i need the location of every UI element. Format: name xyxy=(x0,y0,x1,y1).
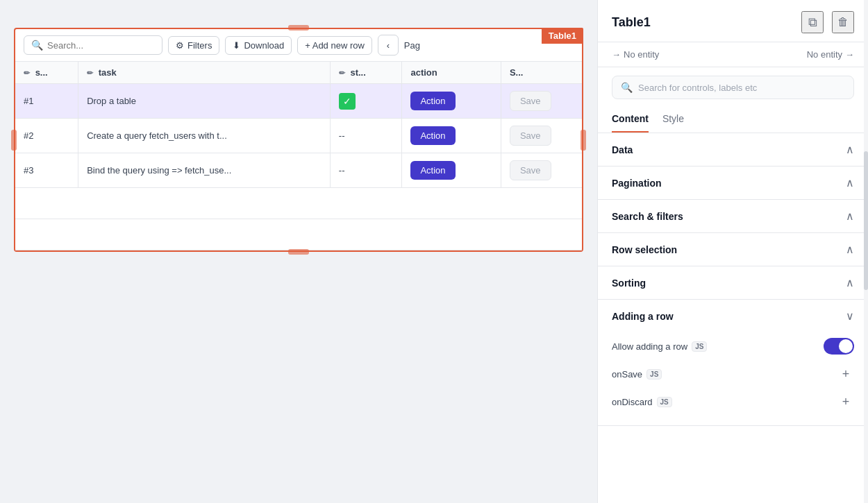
on-discard-label: onDiscard JS xyxy=(612,397,672,407)
entity-left-label: No entity xyxy=(624,49,659,60)
resize-handle-right[interactable] xyxy=(581,130,586,151)
add-row-label: + Add new row xyxy=(305,40,365,51)
tab-style[interactable]: Style xyxy=(662,108,684,133)
allow-adding-label: Allow adding a row JS xyxy=(612,341,707,352)
allow-adding-toggle[interactable] xyxy=(824,338,854,355)
download-label: Download xyxy=(244,40,284,51)
cell-id-1: #1 xyxy=(15,84,78,119)
accordion-adding-row-title: Adding a row xyxy=(612,311,674,322)
on-save-plus-button[interactable]: + xyxy=(837,366,854,382)
accordion-row-selection: Row selection ∧ xyxy=(598,233,868,266)
save-button-2[interactable]: Save xyxy=(510,126,551,146)
accordion-search-filters-header[interactable]: Search & filters ∧ xyxy=(598,200,868,232)
action-button-1[interactable]: Action xyxy=(410,92,455,110)
action-button-2[interactable]: Action xyxy=(410,126,455,145)
panel-search-icon: 🔍 xyxy=(621,82,633,93)
accordion-data-icon: ∧ xyxy=(846,143,854,156)
resize-handle-left[interactable] xyxy=(11,130,17,151)
accordion-row-selection-header[interactable]: Row selection ∧ xyxy=(598,233,868,266)
delete-icon: 🗑 xyxy=(837,16,849,28)
col-header-action: action xyxy=(402,62,501,84)
col-header-task-label: task xyxy=(99,67,117,78)
cell-status-1: ✓ xyxy=(330,84,402,119)
accordion-sorting-title: Sorting xyxy=(612,278,646,289)
table-widget-label: Table1 xyxy=(542,28,583,44)
resize-handle-top[interactable] xyxy=(288,25,309,31)
accordion-pagination-header[interactable]: Pagination ∧ xyxy=(598,167,868,199)
resize-handle-bottom[interactable] xyxy=(288,249,309,255)
cell-action-1: Action xyxy=(402,84,501,119)
table-row-empty xyxy=(15,219,582,250)
on-discard-setting: onDiscard JS + xyxy=(612,388,854,416)
accordion-pagination-icon: ∧ xyxy=(846,176,854,189)
download-icon: ⬇ xyxy=(233,40,240,51)
on-discard-plus-button[interactable]: + xyxy=(837,393,854,410)
filters-label: Filters xyxy=(187,40,212,51)
entity-left-arrow: → xyxy=(612,49,621,60)
accordion-pagination: Pagination ∧ xyxy=(598,167,868,200)
add-row-button[interactable]: + Add new row xyxy=(297,36,372,55)
search-icon: 🔍 xyxy=(31,40,43,51)
panel-search[interactable]: 🔍 xyxy=(612,76,854,99)
entity-right[interactable]: No entity → xyxy=(807,49,854,60)
accordion-sorting-header[interactable]: Sorting ∧ xyxy=(598,266,868,299)
col-header-action-label: action xyxy=(410,67,437,78)
table-widget: Table1 🔍 ⚙ Filters ⬇ Download + Add new … xyxy=(14,28,583,252)
panel-icon-group: ⧉ 🗑 xyxy=(801,11,854,33)
col-header-s-label: s... xyxy=(35,67,48,78)
entity-left[interactable]: → No entity xyxy=(612,49,659,60)
table-row[interactable]: #1 Drop a table ✓ Action Save xyxy=(15,84,582,119)
panel-title: Table1 xyxy=(612,15,651,30)
col-header-task: ✏ task xyxy=(78,62,331,84)
accordion-adding-row-header[interactable]: Adding a row ∨ xyxy=(598,300,868,332)
col-edit-icon-task: ✏ xyxy=(87,69,93,77)
cell-id-2: #2 xyxy=(15,119,78,153)
checkbox-checked-icon: ✓ xyxy=(339,93,356,110)
cell-action-3: Action xyxy=(402,153,501,188)
col-header-status-label: st... xyxy=(350,67,365,78)
nav-back-button[interactable]: ‹ xyxy=(378,35,399,56)
tab-content[interactable]: Content xyxy=(612,108,649,133)
panel-tabs: Content Style xyxy=(598,108,868,133)
col-header-status: ✏ st... xyxy=(330,62,402,84)
save-button-3[interactable]: Save xyxy=(510,160,551,180)
on-discard-text: onDiscard xyxy=(612,397,653,407)
left-panel: Table1 🔍 ⚙ Filters ⬇ Download + Add new … xyxy=(0,0,597,503)
col-header-id: ✏ s... xyxy=(15,62,78,84)
table-row-empty xyxy=(15,188,582,219)
accordion-search-filters-icon: ∧ xyxy=(846,210,854,223)
accordion-sorting-icon: ∧ xyxy=(846,276,854,289)
table-header-row: ✏ s... ✏ task ✏ st... action xyxy=(15,62,582,84)
scrollbar-thumb[interactable] xyxy=(864,151,868,290)
allow-adding-row-setting: Allow adding a row JS xyxy=(612,332,854,360)
cell-id-3: #3 xyxy=(15,153,78,188)
entity-right-arrow: → xyxy=(845,49,854,60)
accordion-row-selection-title: Row selection xyxy=(612,244,677,255)
table-row[interactable]: #2 Create a query fetch_users with t... … xyxy=(15,119,582,153)
filters-button[interactable]: ⚙ Filters xyxy=(168,36,219,55)
save-button-1[interactable]: Save xyxy=(510,91,551,111)
panel-search-input[interactable] xyxy=(638,83,845,93)
action-button-3[interactable]: Action xyxy=(410,161,455,180)
col-header-save-label: S... xyxy=(510,67,524,78)
on-discard-js-badge: JS xyxy=(657,397,672,407)
accordion-search-filters-title: Search & filters xyxy=(612,211,683,222)
panel-header: Table1 ⧉ 🗑 xyxy=(598,0,868,42)
accordion-data-header[interactable]: Data ∧ xyxy=(598,133,868,166)
page-label: Pag xyxy=(404,40,420,51)
cell-save-2: Save xyxy=(501,119,582,153)
entity-right-label: No entity xyxy=(807,49,842,60)
scrollbar-track xyxy=(864,0,868,503)
cell-save-1: Save xyxy=(501,84,582,119)
right-panel: Table1 ⧉ 🗑 → No entity No entity → 🔍 Con… xyxy=(597,0,868,503)
delete-button[interactable]: 🗑 xyxy=(832,11,854,33)
cell-status-3: -- xyxy=(330,153,402,188)
table-row[interactable]: #3 Bind the query using => fetch_use... … xyxy=(15,153,582,188)
table-search-input[interactable]: 🔍 xyxy=(24,35,162,55)
on-save-text: onSave xyxy=(612,369,642,380)
search-field[interactable] xyxy=(47,40,155,51)
copy-button[interactable]: ⧉ xyxy=(801,11,824,33)
cell-task-2: Create a query fetch_users with t... xyxy=(78,119,331,153)
download-button[interactable]: ⬇ Download xyxy=(225,36,292,55)
on-save-setting: onSave JS + xyxy=(612,360,854,388)
